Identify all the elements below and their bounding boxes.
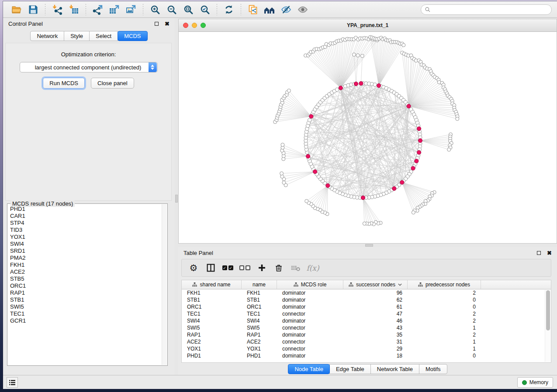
search-box[interactable] (421, 4, 552, 15)
table-scrollbar[interactable] (545, 290, 550, 362)
import-network-button[interactable] (50, 3, 65, 16)
horizontal-splitter[interactable] (178, 244, 557, 247)
tab-edge-table[interactable]: Edge Table (329, 364, 371, 374)
graph-node[interactable] (456, 117, 459, 120)
close-panel-icon[interactable]: ✖ (547, 250, 552, 256)
table-row[interactable]: RAP1RAP1dominator352 (182, 331, 551, 338)
graph-node[interactable] (377, 84, 381, 88)
delete-table-button[interactable] (289, 261, 302, 275)
graph-node[interactable] (363, 222, 366, 225)
mcds-result-item[interactable]: CAR1 (10, 213, 161, 220)
tab-mcds[interactable]: MCDS (118, 31, 147, 41)
mcds-result-item[interactable]: STB5 (10, 275, 161, 282)
graph-node[interactable] (281, 143, 284, 147)
table-row[interactable]: FKH1FKH1dominator962 (182, 289, 551, 296)
scrollbar-thumb[interactable] (546, 290, 550, 330)
column-header-successor-nodes[interactable]: successor nodes (343, 280, 408, 289)
graph-node[interactable] (308, 118, 311, 122)
graph-node[interactable] (280, 172, 284, 175)
tab-select[interactable]: Select (89, 31, 118, 41)
mcds-result-item[interactable]: STP4 (10, 220, 161, 227)
mcds-result-item[interactable]: ACE2 (10, 268, 161, 275)
tab-motifs[interactable]: Motifs (419, 364, 447, 374)
table-row[interactable]: TEC1TEC1connector472 (182, 310, 551, 317)
graph-node[interactable] (392, 186, 396, 190)
graph-node[interactable] (313, 170, 317, 174)
tab-node-table[interactable]: Node Table (288, 364, 330, 374)
graph-node[interactable] (306, 155, 310, 158)
tab-style[interactable]: Style (64, 31, 90, 41)
mcds-result-item[interactable]: ORC1 (10, 282, 161, 289)
graph-node[interactable] (417, 151, 421, 155)
graph-node[interactable] (282, 181, 286, 184)
graph-node[interactable] (447, 148, 451, 151)
zoom-in-button[interactable] (148, 3, 163, 16)
task-history-button[interactable] (7, 377, 18, 388)
zoom-fit-button[interactable] (181, 3, 196, 16)
graph-node[interactable] (359, 82, 363, 86)
mcds-result-item[interactable]: SWI4 (10, 241, 161, 248)
graph-node[interactable] (287, 89, 291, 93)
graph-node[interactable] (335, 88, 339, 91)
column-header-MCDS-role[interactable]: MCDS role (277, 280, 343, 289)
graph-node[interactable] (356, 54, 360, 57)
graph-node[interactable] (352, 53, 356, 56)
graph-node[interactable] (415, 159, 419, 163)
graph-node[interactable] (309, 114, 313, 118)
tab-network-table[interactable]: Network Table (370, 364, 419, 374)
import-table-button[interactable] (66, 3, 81, 16)
mcds-list-scrollbar[interactable] (162, 204, 167, 365)
graph-node[interactable] (411, 166, 415, 170)
graph-node[interactable] (354, 82, 358, 86)
mcds-result-item[interactable]: SWI5 (10, 303, 161, 310)
split-columns-button[interactable] (204, 261, 217, 275)
table-row[interactable]: SWI4SWI4dominator462 (182, 317, 551, 324)
open-file-button[interactable] (9, 3, 24, 16)
gear-button[interactable]: ⚙ (187, 261, 200, 275)
table-row[interactable]: STB1STB1dominator620 (182, 296, 551, 303)
memory-button[interactable]: Memory (517, 377, 553, 388)
search-input[interactable] (433, 7, 548, 13)
copy-network-button[interactable] (246, 3, 260, 16)
table-row[interactable]: ORC1ORC1dominator610 (182, 303, 551, 310)
tab-network[interactable]: Network (30, 31, 64, 41)
graph-node[interactable] (407, 104, 411, 108)
graph-node[interactable] (360, 54, 364, 58)
mcds-result-item[interactable]: TEC1 (10, 310, 161, 317)
splitter-grip-icon[interactable] (175, 195, 178, 203)
select-all-button[interactable]: ✓✓ (221, 261, 234, 275)
graph-node[interactable] (305, 199, 308, 203)
table-row[interactable]: SWI5SWI5connector431 (182, 324, 551, 331)
graph-node[interactable] (417, 127, 421, 131)
export-image-button[interactable] (124, 3, 138, 16)
graph-node[interactable] (339, 86, 343, 90)
mcds-result-item[interactable]: GCR1 (10, 317, 161, 324)
run-mcds-button[interactable]: Run MCDS (43, 78, 85, 89)
mcds-result-item[interactable]: PHD1 (10, 206, 161, 213)
zoom-selected-button[interactable] (197, 3, 212, 16)
mcds-result-item[interactable]: FKH1 (10, 261, 161, 268)
mcds-result-item[interactable]: STB1 (10, 296, 161, 303)
show-all-button[interactable] (295, 3, 310, 16)
column-header-name[interactable]: name (242, 280, 277, 289)
export-network-button[interactable] (90, 3, 105, 16)
column-header-predecessor-nodes[interactable]: predecessor nodes (408, 280, 481, 289)
graph-node[interactable] (402, 43, 405, 47)
graph-node[interactable] (361, 196, 365, 199)
mcds-result-item[interactable]: RAP1 (10, 289, 161, 296)
add-column-button[interactable] (255, 261, 268, 275)
export-table-button[interactable] (107, 3, 122, 16)
float-panel-icon[interactable] (537, 251, 541, 255)
mcds-result-item[interactable]: YOX1 (10, 234, 161, 241)
criterion-select[interactable]: largest connected component (undirected) (20, 62, 158, 72)
function-button[interactable]: f(x) (306, 261, 319, 275)
graph-node[interactable] (412, 211, 415, 214)
deselect-all-button[interactable] (238, 261, 251, 275)
graph-node[interactable] (326, 184, 330, 188)
network-canvas[interactable] (179, 32, 557, 243)
close-panel-icon[interactable]: ✖ (165, 21, 170, 27)
graph-node[interactable] (373, 83, 377, 86)
vertical-splitter[interactable] (175, 18, 178, 375)
splitter-grip-icon[interactable] (365, 244, 373, 247)
table-row[interactable]: PHD1PHD1dominator180 (182, 352, 551, 359)
